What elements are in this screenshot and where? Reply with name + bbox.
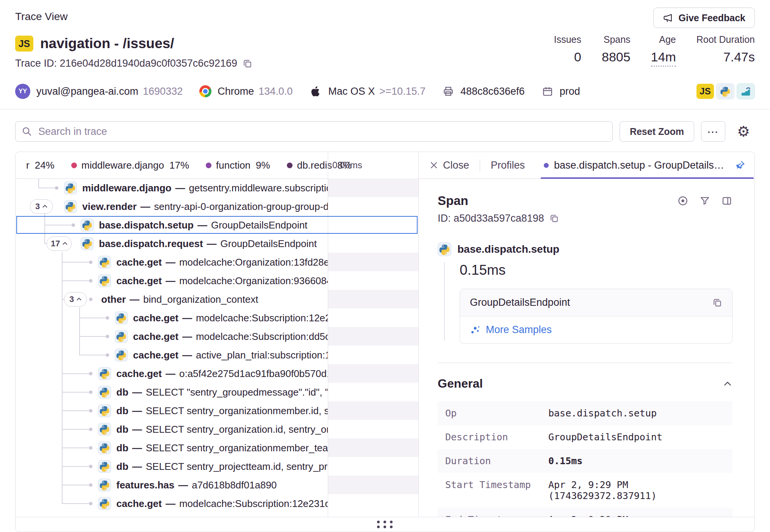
copy-icon[interactable] bbox=[243, 59, 252, 69]
close-icon bbox=[429, 161, 438, 170]
copy-icon[interactable] bbox=[712, 298, 722, 308]
legend-label: db.redis bbox=[297, 160, 332, 171]
span-duration-cell[interactable] bbox=[328, 290, 418, 308]
trace-span-row[interactable]: 17 base.dispatch.request—GroupDetailsEnd… bbox=[16, 234, 418, 253]
funnel-icon[interactable] bbox=[699, 195, 711, 207]
trace-span-row[interactable]: cache.get—modelcache:Subscription:12e231… bbox=[16, 308, 418, 327]
panel-resize-handle[interactable] bbox=[15, 517, 755, 532]
settings-gear-button[interactable]: ⚙ bbox=[732, 123, 755, 140]
focus-icon[interactable] bbox=[677, 195, 689, 207]
trace-span-row[interactable]: db—SELECT sentry_organization.id, sentry… bbox=[16, 420, 418, 438]
span-duration-cell[interactable] bbox=[328, 253, 418, 271]
span-duration-cell[interactable] bbox=[328, 216, 418, 234]
give-feedback-label: Give Feedback bbox=[679, 13, 745, 23]
tab-divider bbox=[480, 159, 480, 171]
give-feedback-button[interactable]: Give Feedback bbox=[653, 8, 755, 28]
span-duration-cell[interactable] bbox=[328, 457, 418, 476]
span-rows: middleware.django—getsentry.middleware.s… bbox=[16, 178, 418, 518]
span-description: o:a5f42e275d1ac91fba90f0b570d1bb56 bbox=[179, 368, 328, 379]
calendar-icon bbox=[542, 85, 554, 97]
span-duration-cell[interactable] bbox=[328, 197, 418, 216]
trace-span-row[interactable]: cache.get—modelcache:Organization:13fd28… bbox=[16, 253, 418, 271]
span-duration-cell[interactable] bbox=[328, 271, 418, 290]
span-duration-cell[interactable] bbox=[328, 383, 418, 401]
span-duration-cell[interactable] bbox=[328, 346, 418, 364]
profiling-scatter-icon bbox=[470, 325, 480, 335]
span-duration-cell[interactable] bbox=[328, 308, 418, 327]
more-samples-link[interactable]: More Samples bbox=[460, 316, 732, 343]
collapse-chevron-icon[interactable] bbox=[723, 379, 732, 389]
tree-connector-dot bbox=[89, 409, 92, 412]
trace-panel: r 24% middleware.django 17% function 9% bbox=[15, 152, 755, 518]
side-panel-icon[interactable] bbox=[721, 195, 732, 207]
trace-span-row[interactable]: 3 view.render—sentry-api-0-organization-… bbox=[16, 197, 418, 216]
span-row-label-cell: cache.get—active_plan_trial:subscription… bbox=[16, 346, 328, 364]
tree-connector bbox=[79, 318, 106, 318]
span-op: cache.get bbox=[133, 349, 178, 360]
tree-connector-dot bbox=[89, 260, 92, 264]
span-row-label-cell: db—SELECT sentry_organizationmember_team… bbox=[16, 438, 328, 457]
search-bar[interactable] bbox=[15, 121, 613, 142]
search-input[interactable] bbox=[38, 125, 606, 138]
span-duration-cell[interactable] bbox=[328, 476, 418, 494]
children-count-badge[interactable]: 3 bbox=[64, 292, 87, 307]
span-description: modelcache:Organization:93660846b75 bbox=[179, 275, 328, 286]
trace-span-row[interactable]: features.has—a7d618b8df01a890 bbox=[16, 476, 418, 494]
trace-waterfall: r 24% middleware.django 17% function 9% bbox=[16, 152, 419, 518]
legend-dot bbox=[287, 163, 293, 168]
legend-item[interactable]: middleware.django 17% bbox=[71, 160, 189, 171]
trace-span-row[interactable]: base.dispatch.setup—GroupDetailsEndpoint bbox=[16, 216, 418, 234]
trace-span-row[interactable]: cache.get—modelcache:Organization:936608… bbox=[16, 271, 418, 290]
children-count-badge[interactable]: 3 bbox=[30, 199, 53, 214]
span-duration-cell[interactable] bbox=[328, 364, 418, 383]
trace-view-page: Trace View Give Feedback JS navigation -… bbox=[0, 0, 770, 532]
trace-span-row[interactable]: cache.get—modelcache:Subscription:12e231… bbox=[16, 494, 418, 513]
reset-zoom-button[interactable]: Reset Zoom bbox=[620, 121, 694, 142]
tree-connector bbox=[79, 336, 106, 337]
user-email: yuval@pangea-ai.com bbox=[36, 86, 138, 97]
span-duration-cell[interactable] bbox=[328, 438, 418, 457]
close-detail-button[interactable]: Close bbox=[429, 160, 469, 171]
tree-connector-dot bbox=[55, 186, 58, 189]
trace-id: Trace ID: 216e04d28d1940da9c0f0357c6c921… bbox=[15, 58, 237, 69]
trace-span-row[interactable]: db—SELECT "sentry_groupedmessage"."id", … bbox=[16, 383, 418, 401]
header: Trace View Give Feedback JS navigation -… bbox=[15, 8, 755, 69]
field-row: End Timestamp Apr 2, 9:29 PM (1743629372… bbox=[438, 508, 732, 518]
copy-icon[interactable] bbox=[549, 214, 559, 223]
span-row-label-cell: middleware.django—getsentry.middleware.s… bbox=[16, 178, 328, 197]
stat-value: 8805 bbox=[602, 50, 631, 64]
legend-item[interactable]: function 9% bbox=[206, 160, 270, 171]
trace-span-row[interactable]: middleware.django—getsentry.middleware.s… bbox=[16, 178, 418, 197]
span-duration-cell[interactable] bbox=[328, 401, 418, 420]
span-duration-cell[interactable] bbox=[328, 327, 418, 346]
trace-toolbar: Reset Zoom ⋯ ⚙ bbox=[15, 121, 755, 142]
more-samples-label: More Samples bbox=[486, 324, 552, 336]
trace-span-row[interactable]: db—SELECT sentry_organizationmember.id, … bbox=[16, 401, 418, 420]
detail-tabbar: Close Profiles base.dispatch.setup - Gro… bbox=[419, 152, 754, 179]
span-duration-cell[interactable] bbox=[328, 494, 418, 513]
pin-icon[interactable] bbox=[735, 160, 745, 171]
trace-span-row[interactable]: 3 other—bind_organization_context bbox=[16, 290, 418, 308]
children-count-badge[interactable]: 17 bbox=[47, 236, 72, 251]
more-options-button[interactable]: ⋯ bbox=[701, 121, 725, 142]
trace-span-row[interactable]: cache.get—active_plan_trial:subscription… bbox=[16, 346, 418, 364]
span-op: cache.get bbox=[116, 498, 162, 509]
op-breakdown-legend: r 24% middleware.django 17% function 9% bbox=[16, 160, 352, 171]
js-platform-badge: JS bbox=[696, 84, 714, 99]
span-duration-cell[interactable] bbox=[328, 420, 418, 438]
legend-label: middleware.django bbox=[81, 160, 164, 171]
trace-span-row[interactable]: cache.get—o:a5f42e275d1ac91fba90f0b570d1… bbox=[16, 364, 418, 383]
legend-item[interactable]: r 24% bbox=[26, 160, 55, 171]
tab-profiles[interactable]: Profiles bbox=[491, 160, 525, 171]
tab-active-span[interactable]: base.dispatch.setup - GroupDetails… bbox=[541, 152, 754, 178]
span-row-label-cell: db—SELECT sentry_organizationmember.id, … bbox=[16, 401, 328, 420]
trace-span-row[interactable]: db—SELECT sentry_projectteam.id, sentry_… bbox=[16, 457, 418, 476]
span-description: active_plan_trial:subscription:13461 bbox=[196, 349, 328, 360]
trace-span-row[interactable]: db—SELECT sentry_organizationmember_team… bbox=[16, 438, 418, 457]
span-duration-cell[interactable] bbox=[328, 178, 418, 197]
field-value: base.dispatch.setup bbox=[548, 408, 725, 419]
span-op: middleware.django bbox=[82, 182, 172, 193]
trace-span-row[interactable]: cache.get—modelcache:Subscription:dd5c5b… bbox=[16, 327, 418, 346]
span-duration-cell[interactable] bbox=[328, 234, 418, 253]
tree-connector bbox=[62, 466, 89, 467]
